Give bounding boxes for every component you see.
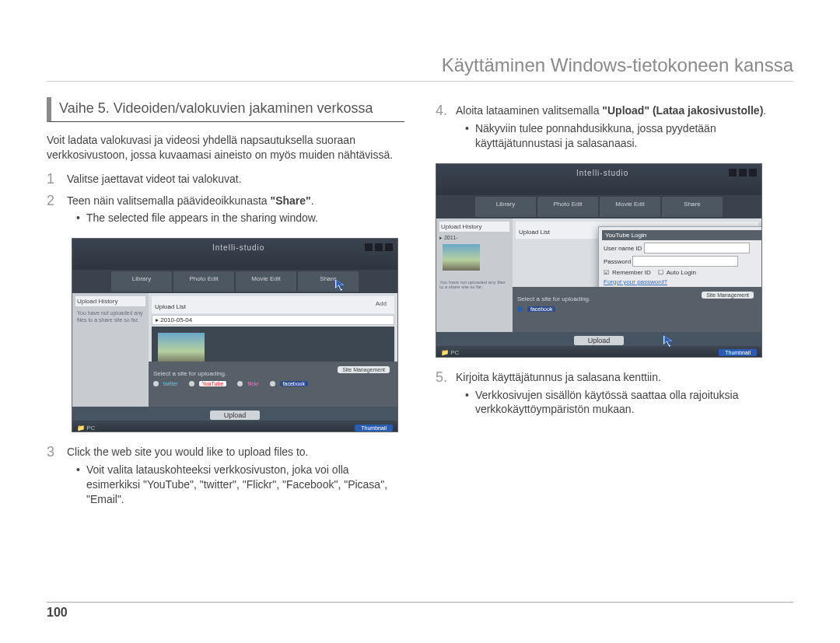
- step-bullet: Verkkosivujen sisällön käytössä saattaa …: [465, 388, 793, 418]
- left-column: Vaihe 5. Videoiden/valokuvien jakaminen …: [47, 97, 404, 516]
- step-2: 2 Teen näin valitsemalla päävideoikkunas…: [47, 194, 404, 229]
- username-field: [644, 243, 750, 253]
- screenshot-login-dialog: Intelli-studio Library Photo Edit Movie …: [436, 163, 762, 358]
- cursor-icon: [334, 278, 349, 293]
- window-controls: [365, 243, 393, 251]
- tab-photo-edit: Photo Edit: [173, 271, 234, 292]
- select-site-label: Select a site for uploading.: [153, 370, 226, 377]
- intro-paragraph: Voit ladata valokuvasi ja videosi yhdell…: [47, 133, 404, 162]
- site-management: Site Management: [338, 366, 390, 373]
- upload-button: Upload: [210, 411, 261, 420]
- footer-divider: [47, 602, 793, 603]
- step-text: Click the web site you would like to upl…: [67, 446, 309, 458]
- step-3: 3 Click the web site you would like to u…: [47, 445, 404, 510]
- site-twitter: twitter: [153, 381, 178, 386]
- step-bullet: Voit valita latauskohteeksi verkkosivust…: [76, 463, 404, 507]
- section-heading: Vaihe 5. Videoiden/valokuvien jakaminen …: [47, 97, 404, 122]
- password-field: [632, 256, 738, 267]
- step-number: 4.: [436, 103, 448, 154]
- video-thumbnail: [158, 333, 205, 364]
- step-text: Kirjoita käyttäjätunnus ja salasana kent…: [456, 371, 661, 383]
- step-number: 5.: [436, 370, 448, 421]
- site-facebook: facebook: [270, 381, 308, 386]
- step-bullet: Näkyviin tulee ponnahdusikkuna, jossa py…: [465, 121, 793, 151]
- app-logo-text: Intelli-studio: [212, 243, 264, 252]
- video-thumbnail: [443, 244, 480, 271]
- manual-page: Käyttäminen Windows-tietokoneen kanssa V…: [0, 0, 840, 643]
- app-tabs: Library Photo Edit Movie Edit Share: [72, 270, 397, 293]
- site-youtube: YouTube: [189, 381, 227, 386]
- site-flickr: flickr: [237, 381, 258, 386]
- step-bullet: The selected file appears in the sharing…: [76, 211, 404, 225]
- screenshot-share-window: Intelli-studio Library Photo Edit Movie …: [72, 238, 398, 432]
- tab-share: Share: [298, 271, 359, 292]
- step-5: 5. Kirjoita käyttäjätunnus ja salasana k…: [436, 370, 793, 421]
- no-upload-msg: You have not uploaded any files to a sha…: [75, 309, 145, 325]
- upload-history-header: Upload History: [75, 296, 145, 306]
- tab-library: Library: [111, 271, 172, 292]
- step-number: 3: [47, 445, 59, 510]
- dialog-title: YouTube Login: [605, 232, 646, 239]
- step-text: Valitse jaettavat videot tai valokuvat.: [67, 172, 404, 187]
- cursor-icon: [662, 334, 677, 349]
- remember-checkbox: ☑ Remember ID: [604, 269, 651, 276]
- right-column: 4. Aloita lataaminen valitsemalla "Uploa…: [436, 97, 793, 516]
- step-4: 4. Aloita lataaminen valitsemalla "Uploa…: [436, 103, 793, 154]
- upload-button: Upload: [574, 336, 625, 345]
- pc-label: 📁 PC: [77, 425, 95, 432]
- step-number: 1: [47, 172, 59, 187]
- window-controls: [729, 169, 757, 176]
- add-button: Add: [371, 299, 391, 308]
- step-number: 2: [47, 194, 59, 229]
- step-text: Teen näin valitsemalla päävideoikkunasta…: [67, 194, 314, 207]
- thumbnail-mode: Thumbnail: [355, 425, 393, 432]
- step-text: Aloita lataaminen valitsemalla "Upload" …: [456, 104, 766, 117]
- autologin-checkbox: ☐ Auto Login: [658, 269, 696, 276]
- tab-movie-edit: Movie Edit: [236, 271, 296, 292]
- page-header: Käyttäminen Windows-tietokoneen kanssa: [47, 54, 793, 82]
- page-number: 100: [47, 606, 68, 620]
- forgot-link: Forgot your password?: [604, 278, 762, 285]
- upload-list-header: Upload List: [155, 303, 186, 310]
- app-tabs: Library Photo Edit Movie Edit Share: [436, 195, 761, 218]
- step-1: 1 Valitse jaettavat videot tai valokuvat…: [47, 172, 404, 187]
- app-logo-text: Intelli-studio: [576, 169, 628, 177]
